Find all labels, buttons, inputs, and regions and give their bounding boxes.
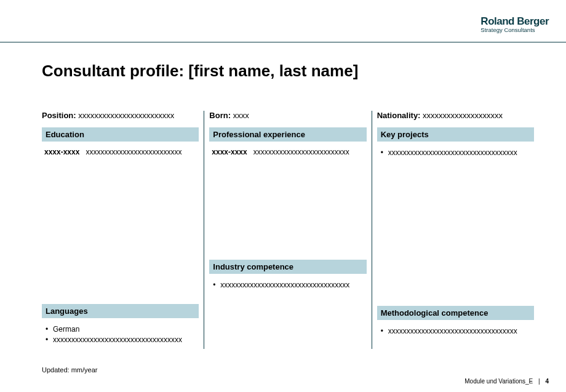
keyprojects-heading: Key projects (377, 127, 534, 142)
position-label: Position: (42, 111, 76, 120)
industry-body: xxxxxxxxxxxxxxxxxxxxxxxxxxxxxxxxxxx (209, 274, 366, 294)
language-item: xxxxxxxxxxxxxxxxxxxxxxxxxxxxxxxxxxx (46, 335, 196, 345)
professional-text: xxxxxxxxxxxxxxxxxxxxxxxxxx (253, 148, 349, 156)
logo-main-text: Roland Berger (480, 16, 549, 26)
column-right: Nationality: xxxxxxxxxxxxxxxxxxxx Key pr… (372, 111, 534, 349)
keyprojects-body: xxxxxxxxxxxxxxxxxxxxxxxxxxxxxxxxxxx (377, 142, 534, 162)
methodological-item: xxxxxxxxxxxxxxxxxxxxxxxxxxxxxxxxxxx (381, 326, 532, 337)
logo-sub-text: Strategy Consultants (480, 27, 549, 33)
keyproject-item: xxxxxxxxxxxxxxxxxxxxxxxxxxxxxxxxxxx (381, 148, 532, 158)
nationality-row: Nationality: xxxxxxxxxxxxxxxxxxxx (377, 111, 534, 125)
page-title: Consultant profile: [first name, last na… (42, 62, 358, 81)
position-row: Position: xxxxxxxxxxxxxxxxxxxxxxxx (42, 111, 199, 125)
column-middle: Born: xxxx Professional experience xxxx-… (204, 111, 371, 349)
page-footer: Module und Variations_E | 4 (464, 378, 549, 385)
languages-heading: Languages (42, 304, 199, 318)
profile-content: Position: xxxxxxxxxxxxxxxxxxxxxxxx Educa… (42, 111, 534, 349)
languages-body: German xxxxxxxxxxxxxxxxxxxxxxxxxxxxxxxxx… (42, 318, 199, 349)
brand-logo: Roland Berger Strategy Consultants (480, 16, 549, 33)
methodological-body: xxxxxxxxxxxxxxxxxxxxxxxxxxxxxxxxxxx (377, 320, 534, 340)
born-row: Born: xxxx (209, 111, 366, 125)
nationality-value: xxxxxxxxxxxxxxxxxxxx (423, 111, 503, 120)
education-year: xxxx-xxxx (44, 148, 79, 156)
professional-body: xxxx-xxxx xxxxxxxxxxxxxxxxxxxxxxxxxx (209, 142, 366, 160)
education-body: xxxx-xxxx xxxxxxxxxxxxxxxxxxxxxxxxxx (42, 142, 199, 160)
footer-separator: | (538, 378, 540, 385)
industry-item: xxxxxxxxxxxxxxxxxxxxxxxxxxxxxxxxxxx (213, 280, 364, 290)
nationality-label: Nationality: (377, 111, 421, 120)
education-text: xxxxxxxxxxxxxxxxxxxxxxxxxx (86, 148, 181, 156)
born-label: Born: (209, 111, 231, 120)
professional-heading: Professional experience (209, 127, 366, 142)
education-heading: Education (42, 127, 199, 142)
header-rule (0, 42, 566, 42)
professional-year: xxxx-xxxx (212, 148, 247, 156)
methodological-heading: Methodological competence (377, 306, 534, 320)
column-left: Position: xxxxxxxxxxxxxxxxxxxxxxxx Educa… (42, 111, 204, 349)
updated-text: Updated: mm/year (42, 366, 97, 374)
born-value: xxxx (233, 111, 249, 120)
language-item: German (46, 324, 196, 335)
footer-module: Module und Variations_E (464, 378, 533, 385)
industry-heading: Industry competence (209, 260, 366, 274)
footer-page-number: 4 (545, 378, 549, 385)
position-value: xxxxxxxxxxxxxxxxxxxxxxxx (78, 111, 174, 120)
